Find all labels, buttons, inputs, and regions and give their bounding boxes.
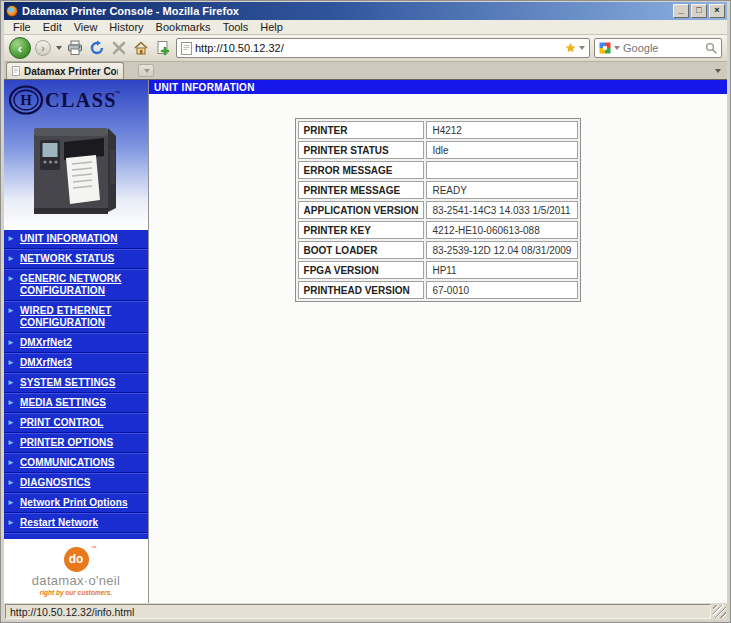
trademark-symbol: ™ xyxy=(91,545,97,551)
page-title: UNIT INFORMATION xyxy=(149,80,727,94)
firefox-icon xyxy=(6,5,18,17)
menu-item[interactable]: Edit xyxy=(38,21,67,33)
sidebar-nav-item[interactable]: ► SYSTEM SETTINGS xyxy=(4,373,148,393)
triangle-bullet-icon: ► xyxy=(7,253,20,265)
bookmark-star-icon[interactable]: ★ xyxy=(565,42,576,54)
sidebar-nav-item[interactable]: ► MEDIA SETTINGS xyxy=(4,393,148,413)
search-engine-dropdown-icon[interactable] xyxy=(614,46,620,50)
search-input[interactable] xyxy=(623,42,702,54)
table-row-label: PRINTHEAD VERSION xyxy=(298,281,425,299)
sidebar-nav-label: WIRED ETHERNET CONFIGURATION xyxy=(20,305,146,329)
menu-item[interactable]: Help xyxy=(255,21,288,33)
sidebar-nav-label: UNIT INFORMATION xyxy=(20,233,118,245)
table-row-value: READY xyxy=(426,181,578,199)
stop-button[interactable] xyxy=(110,39,128,57)
table-row: PRINTHEAD VERSION 67-0010 xyxy=(298,281,579,299)
tab-bar: Datamax Printer Console xyxy=(4,62,727,80)
table-row-label: PRINTER STATUS xyxy=(298,141,425,159)
menu-item[interactable]: View xyxy=(69,21,103,33)
sidebar-brand-area: H CLASS ™ xyxy=(4,80,148,230)
list-all-tabs-icon xyxy=(715,69,721,73)
resize-grip[interactable] xyxy=(713,605,726,618)
triangle-bullet-icon: ► xyxy=(7,477,20,489)
forward-button[interactable]: › xyxy=(35,40,51,56)
table-row: PRINTER H4212 xyxy=(298,121,579,139)
url-dropdown-icon[interactable] xyxy=(579,46,585,50)
main-panel: UNIT INFORMATION PRINTER H4212 PRINTER S… xyxy=(149,80,727,603)
list-all-tabs-button[interactable] xyxy=(710,64,725,77)
minimize-button[interactable]: _ xyxy=(673,4,689,18)
table-row: BOOT LOADER 83-2539-12D 12.04 08/31/2009 xyxy=(298,241,579,259)
maximize-button[interactable]: □ xyxy=(691,4,707,18)
sidebar-nav-item[interactable]: ► GENERIC NETWORK CONFIGURATION xyxy=(4,269,148,301)
menu-item[interactable]: Tools xyxy=(218,21,254,33)
triangle-bullet-icon: ► xyxy=(7,397,20,409)
printer-icon xyxy=(67,40,83,56)
tab-datamax-printer-console[interactable]: Datamax Printer Console xyxy=(6,62,124,79)
close-button[interactable]: × xyxy=(709,4,725,18)
sidebar-nav-item[interactable]: ► NETWORK STATUS xyxy=(4,249,148,269)
status-url-text: http://10.50.12.32/info.html xyxy=(5,604,711,619)
triangle-bullet-icon: ► xyxy=(7,273,20,285)
sidebar-nav-item[interactable]: ► DMXrfNet2 xyxy=(4,333,148,353)
search-bar[interactable] xyxy=(594,38,722,58)
datamax-brand-text: datamax·o'neil xyxy=(32,573,120,588)
home-button[interactable] xyxy=(132,39,150,57)
sidebar-nav-item[interactable]: ► PRINTER OPTIONS xyxy=(4,433,148,453)
table-row-label: ERROR MESSAGE xyxy=(298,161,425,179)
sidebar-footer-logo: do ™ datamax·o'neil right by our custome… xyxy=(4,537,148,603)
table-row-value xyxy=(426,161,578,179)
reload-icon xyxy=(89,40,105,56)
table-row-label: FPGA VERSION xyxy=(298,261,425,279)
sidebar-nav-item[interactable]: ► WIRED ETHERNET CONFIGURATION xyxy=(4,301,148,333)
page-content: H CLASS ™ xyxy=(4,80,727,603)
triangle-bullet-icon: ► xyxy=(7,377,20,389)
sidebar-nav-label: GENERIC NETWORK CONFIGURATION xyxy=(20,273,146,297)
sidebar-nav-label: COMMUNICATIONS xyxy=(20,457,115,469)
reload-button[interactable] xyxy=(88,39,106,57)
triangle-bullet-icon: ► xyxy=(7,517,20,529)
menu-item[interactable]: Bookmarks xyxy=(151,21,216,33)
status-bar: http://10.50.12.32/info.html xyxy=(4,603,727,620)
unit-information-table: PRINTER H4212 PRINTER STATUS Idle ERROR … xyxy=(295,118,582,302)
sidebar-nav-label: MEDIA SETTINGS xyxy=(20,397,106,409)
stop-icon xyxy=(112,41,126,55)
sidebar-nav-item[interactable]: ► Restart Network xyxy=(4,513,148,533)
sidebar-nav-item[interactable]: ► COMMUNICATIONS xyxy=(4,453,148,473)
page-favicon xyxy=(181,42,192,55)
svg-text:H: H xyxy=(20,92,32,108)
menu-item[interactable]: File xyxy=(8,21,36,33)
table-row-label: BOOT LOADER xyxy=(298,241,425,259)
sidebar-nav-label: Restart Network xyxy=(20,517,98,529)
sidebar-nav-item[interactable]: ► DMXrfNet3 xyxy=(4,353,148,373)
table-row-value: 4212-HE10-060613-088 xyxy=(426,221,578,239)
sidebar-nav-item[interactable]: ► Network Print Options xyxy=(4,493,148,513)
triangle-bullet-icon: ► xyxy=(7,305,20,317)
h-class-logo: H CLASS ™ xyxy=(10,87,120,114)
location-bar[interactable]: ★ xyxy=(176,38,590,58)
sidebar-nav-label: SYSTEM SETTINGS xyxy=(20,377,115,389)
search-magnifier-icon[interactable] xyxy=(705,42,717,54)
table-row-value: HP11 xyxy=(426,261,578,279)
sidebar-nav-label: NETWORK STATUS xyxy=(20,253,114,265)
sidebar-nav-item[interactable]: ► UNIT INFORMATION xyxy=(4,230,148,249)
home-icon xyxy=(133,40,149,56)
sidebar-nav-item[interactable]: ► DIAGNOSTICS xyxy=(4,473,148,493)
triangle-bullet-icon: ► xyxy=(7,457,20,469)
sidebar: H CLASS ™ xyxy=(4,80,149,603)
print-button[interactable] xyxy=(66,39,84,57)
table-row: APPLICATION VERSION 83-2541-14C3 14.033 … xyxy=(298,201,579,219)
back-button[interactable]: ‹ xyxy=(9,37,31,59)
page-plus-icon xyxy=(155,40,171,56)
sidebar-nav-item[interactable]: ► PRINT CONTROL xyxy=(4,413,148,433)
table-row-label: PRINTER KEY xyxy=(298,221,425,239)
new-tab-button[interactable] xyxy=(154,39,172,57)
menu-bar: FileEditViewHistoryBookmarksToolsHelp xyxy=(4,20,727,35)
history-dropdown-icon[interactable] xyxy=(56,46,62,50)
new-tab-strip-button[interactable] xyxy=(138,64,154,77)
table-row-value: H4212 xyxy=(426,121,578,139)
menu-item[interactable]: History xyxy=(104,21,148,33)
triangle-bullet-icon: ► xyxy=(7,337,20,349)
sidebar-nav-label: DMXrfNet3 xyxy=(20,357,72,369)
url-input[interactable] xyxy=(195,42,562,54)
